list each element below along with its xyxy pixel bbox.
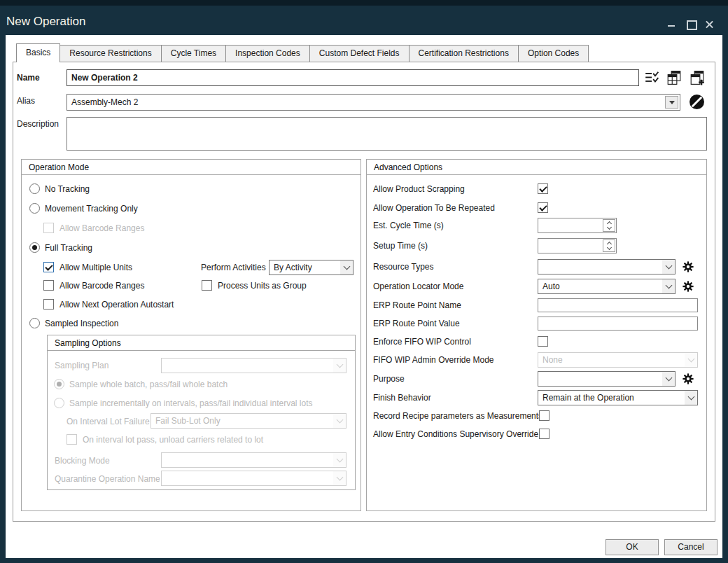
checkbox-on-interval-pass-unload [66,434,77,445]
operation-locator-mode-combobox[interactable]: Auto [538,279,676,294]
enforce-fifo-label: Enforce FIFO WIP Control [373,337,471,347]
advanced-options-title: Advanced Options [374,162,442,172]
radio-sampled-inspection[interactable] [29,318,40,328]
setup-time-label: Setup Time (s) [373,241,428,251]
description-textarea[interactable] [66,117,707,151]
new-operation-dialog: New Operation Basics Resource Restrictio… [0,0,728,563]
tab-custom-defect-fields[interactable]: Custom Defect Fields [309,45,410,62]
resource-types-gear-icon[interactable] [682,261,694,272]
checkbox-allow-multiple-units[interactable] [43,262,54,272]
checkbox-process-units-as-group[interactable] [202,280,212,291]
copy-icon[interactable] [666,70,682,85]
radio-no-tracking[interactable] [29,183,40,194]
no-alias-icon[interactable] [690,95,704,109]
no-tracking-label: No Tracking [45,184,90,194]
operation-locator-mode-label: Operation Locator Mode [373,282,463,291]
est-cycle-time-spinner[interactable] [538,218,617,233]
fifo-admin-override-label: FIFO WIP Admin Override Mode [373,355,494,365]
chevron-down-icon [687,393,694,400]
record-recipe-label: Record Recipe parameters as Measurements [373,411,542,421]
checkbox-allow-barcode-ranges[interactable] [43,280,54,291]
tab-basics[interactable]: Basics [16,43,60,62]
checkbox-allow-product-scrapping[interactable] [538,183,548,194]
movement-allow-barcode-label: Allow Barcode Ranges [59,223,144,233]
tab-inspection-codes[interactable]: Inspection Codes [225,45,310,62]
chevron-down-icon [687,355,694,362]
sampling-plan-dropdown-button [333,359,346,373]
resource-types-combobox[interactable] [538,259,676,274]
name-input[interactable] [66,69,639,86]
perform-activities-combobox[interactable]: By Activity [269,260,354,275]
sampled-inspection-label: Sampled Inspection [45,319,118,328]
allow-product-scrapping-label: Allow Product Scrapping [373,184,465,194]
alias-combobox[interactable]: Assembly-Mech 2 [66,94,680,111]
chevron-down-icon [665,262,672,269]
fifo-admin-override-value: None [538,355,685,365]
cancel-button[interactable]: Cancel [664,539,718,555]
on-interval-lot-failure-dropdown-button [333,414,346,428]
titlebar-top-strip [0,0,728,6]
on-interval-lot-failure-combobox: Fail Sub-Lot Only [150,413,346,429]
purpose-gear-icon[interactable] [682,373,694,384]
close-icon[interactable] [705,20,714,29]
operation-locator-dropdown-button[interactable] [662,279,675,293]
ok-button[interactable]: OK [606,539,659,555]
purpose-label: Purpose [373,374,405,384]
sampling-options-title: Sampling Options [55,338,121,348]
checkbox-allow-entry-override[interactable] [539,429,550,439]
finish-behavior-dropdown-button[interactable] [685,391,697,405]
chevron-down-icon [336,416,343,423]
window-controls [667,20,714,29]
groupbox-separator [367,174,706,175]
checkbox-enforce-fifo[interactable] [538,336,548,347]
checkbox-allow-next-autostart[interactable] [43,299,54,310]
sampling-plan-label: Sampling Plan [55,361,108,370]
fifo-admin-override-dropdown-button [685,353,697,367]
full-tracking-label: Full Tracking [45,243,92,253]
chevron-down-icon [665,282,672,289]
allow-barcode-ranges-label: Allow Barcode Ranges [59,281,144,291]
setup-time-spinner[interactable] [538,238,617,253]
perform-activities-label: Perform Activities [201,263,266,272]
tab-certification-restrictions[interactable]: Certification Restrictions [409,45,519,62]
blocking-mode-dropdown-button [333,453,346,467]
on-interval-lot-failure-label: On Interval Lot Failure [66,417,150,426]
allow-operation-repeated-label: Allow Operation To Be Repeated [373,203,495,213]
edit-list-icon[interactable] [644,70,659,85]
spinner-updown-button[interactable] [603,239,615,252]
spinner-updown-button[interactable] [603,219,615,232]
perform-activities-dropdown-button[interactable] [340,260,353,274]
perform-activities-value: By Activity [270,263,340,272]
finish-behavior-combobox[interactable]: Remain at the Operation [538,390,698,405]
radio-full-tracking[interactable] [29,242,40,253]
purpose-dropdown-button[interactable] [662,372,675,386]
quarantine-operation-name-label: Quarantine Operation Name [55,474,160,484]
minimize-icon[interactable] [667,20,676,29]
erp-route-point-name-input[interactable] [538,298,698,312]
checkbox-movement-allow-barcode [43,223,54,233]
resource-types-dropdown-button[interactable] [662,260,675,274]
purpose-combobox[interactable] [538,371,676,387]
checkbox-allow-operation-repeated[interactable] [538,202,548,213]
name-label: Name [17,73,40,83]
chevron-down-icon [669,101,675,104]
alias-dropdown-button[interactable] [665,96,678,109]
allow-entry-override-label: Allow Entry Conditions Supervisory Overr… [373,429,538,439]
tab-resource-restrictions[interactable]: Resource Restrictions [59,45,161,62]
tab-cycle-times[interactable]: Cycle Times [161,45,226,62]
maximize-icon[interactable] [686,20,695,29]
erp-route-point-value-input[interactable] [538,317,698,331]
tab-strip: Basics Resource Restrictions Cycle Times… [17,45,589,62]
chevron-down-icon [606,245,611,250]
operation-locator-gear-icon[interactable] [682,281,694,292]
checkbox-record-recipe[interactable] [539,410,550,421]
radio-sample-incrementally [54,398,64,408]
copy-add-icon[interactable] [690,70,705,85]
tab-option-codes[interactable]: Option Codes [518,45,589,62]
finish-behavior-value: Remain at the Operation [538,393,685,403]
finish-behavior-label: Finish Behavior [373,393,431,403]
resource-types-label: Resource Types [373,262,434,272]
quarantine-dropdown-button [333,471,346,485]
operation-mode-title: Operation Mode [29,162,89,172]
radio-movement-tracking[interactable] [29,203,40,214]
